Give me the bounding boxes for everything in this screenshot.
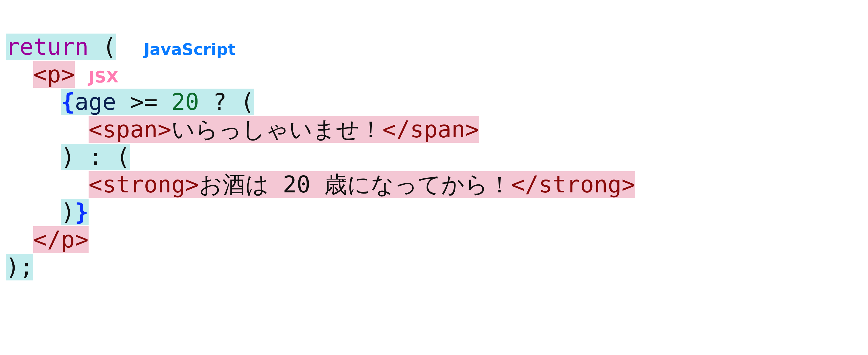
open-paren-2: (: [241, 89, 254, 115]
code-block: return ( JavaScript <p> JSX {age >= 20 ?…: [0, 0, 868, 287]
final-semicolon: ;: [20, 254, 33, 280]
brace-open: {: [61, 89, 75, 115]
p-close-tag: </p>: [33, 226, 89, 253]
jsx-label: JSX: [89, 67, 118, 86]
operator-colon: :: [89, 144, 102, 170]
text-welcome: いらっしゃいませ！: [172, 116, 382, 143]
strong-close-tag: </strong>: [511, 171, 635, 198]
number-20: 20: [172, 89, 199, 115]
close-paren-2: ): [61, 199, 75, 226]
text-underage: お酒は 20 歳になってから！: [199, 171, 511, 198]
keyword-return: return: [6, 34, 89, 60]
identifier-age: age: [75, 89, 116, 115]
javascript-label: JavaScript: [144, 40, 236, 59]
span-close-tag: </span>: [382, 116, 479, 143]
p-open-tag: <p>: [33, 61, 75, 88]
operator-question: ?: [213, 89, 227, 115]
brace-close: }: [75, 199, 89, 226]
span-open-tag: <span>: [89, 116, 172, 143]
open-paren: (: [102, 34, 116, 60]
open-paren-3: (: [116, 144, 130, 170]
close-paren-1: ): [61, 144, 75, 170]
operator-gte: >=: [130, 89, 158, 115]
final-close-paren: ): [6, 254, 20, 280]
strong-open-tag: <strong>: [89, 171, 199, 198]
